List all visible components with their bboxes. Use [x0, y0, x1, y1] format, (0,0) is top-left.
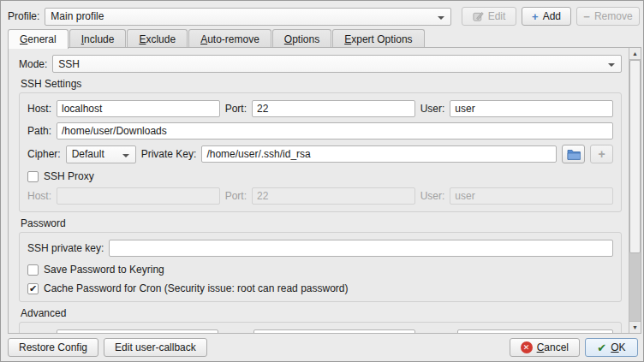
proxy-host-label: Host:	[27, 190, 51, 202]
remove-profile-button[interactable]: − Remove	[576, 7, 640, 26]
cipher-select[interactable]: Default	[66, 145, 136, 163]
proxy-user-input	[450, 187, 613, 205]
ssh-private-key-password-input[interactable]	[109, 240, 613, 257]
tab-options-mnemonic: O	[284, 33, 292, 45]
advanced-profile-label: Profile:	[420, 332, 452, 333]
ssh-host-input[interactable]	[57, 100, 220, 117]
scroll-down-button[interactable]: ▼	[629, 321, 641, 333]
plus-icon: +	[598, 147, 605, 161]
advanced-user-input[interactable]	[253, 329, 415, 333]
cancel-label: Cancel	[537, 341, 569, 353]
cache-password-cron-checkbox[interactable]: ✔	[27, 283, 39, 294]
tab-exclude[interactable]: Exclude	[127, 29, 188, 48]
ssh-path-row: Path:	[27, 122, 613, 139]
password-title: Password	[21, 217, 622, 229]
advanced-fields-row: Host: User: Profile:	[27, 329, 613, 333]
edit-user-callback-label: Edit user-callback	[115, 341, 196, 353]
ssh-host-row: Host: Port: User:	[27, 100, 613, 117]
save-password-keyring-checkbox[interactable]	[27, 264, 39, 276]
proxy-host-input	[57, 187, 220, 205]
ssh-proxy-label: SSH Proxy	[44, 170, 94, 182]
profile-label: Profile:	[8, 10, 39, 22]
private-key-add-button[interactable]: +	[590, 145, 613, 163]
scrollbar-thumb[interactable]	[629, 60, 641, 253]
add-profile-label: Add	[543, 10, 561, 22]
advanced-group: Host: User: Profile: Full snapshot path:…	[19, 322, 622, 333]
tab-bar: General Include Exclude Auto-remove Opti…	[8, 28, 426, 47]
tab-options-label: ptions	[292, 33, 319, 45]
tab-expert-options-label: xpert Options	[351, 33, 412, 45]
advanced-user-label: User:	[224, 332, 248, 333]
tab-auto-remove-mnemonic: A	[200, 33, 207, 45]
profile-bar: Profile: Main profile Edit + Add − Remov…	[8, 7, 640, 26]
minus-icon: −	[583, 10, 590, 23]
tab-general-label: eneral	[27, 33, 56, 45]
remove-profile-label: Remove	[594, 10, 633, 22]
ssh-port-label: Port:	[225, 103, 247, 115]
dropdown-arrow-icon	[438, 16, 444, 20]
ok-label: OK	[611, 341, 625, 353]
cron-checkbox-row: ✔ Cache Password for Cron (Security issu…	[27, 282, 613, 294]
tab-include-label: nclude	[84, 33, 114, 45]
vertical-scrollbar[interactable]: ▲ ▼	[629, 48, 641, 333]
advanced-title: Advanced	[21, 307, 622, 319]
ssh-port-input[interactable]	[252, 100, 415, 117]
footer-bar: Restore Config Edit user-callback ✕ Canc…	[8, 338, 638, 357]
general-tab-pane: Mode: SSH SSH Settings Host: Port: User:	[8, 47, 641, 334]
settings-dialog: Profile: Main profile Edit + Add − Remov…	[0, 0, 644, 362]
proxy-port-label: Port:	[225, 190, 247, 202]
general-tab-content: Mode: SSH SSH Settings Host: Port: User:	[9, 48, 629, 333]
tab-auto-remove-label: uto-remove	[207, 33, 259, 45]
ok-button[interactable]: ✔ OK	[585, 338, 638, 357]
ssh-proxy-checkbox[interactable]	[27, 171, 39, 182]
edit-icon	[473, 11, 484, 22]
mode-select[interactable]: SSH	[52, 55, 622, 73]
save-password-keyring-label: Save Password to Keyring	[44, 264, 164, 276]
cipher-label: Cipher:	[27, 148, 61, 160]
ssh-user-label: User:	[420, 103, 445, 115]
profile-select[interactable]: Main profile	[45, 8, 451, 26]
ssh-proxy-checkbox-row: SSH Proxy	[27, 170, 613, 182]
tab-options[interactable]: Options	[272, 29, 331, 48]
edit-profile-button[interactable]: Edit	[462, 7, 516, 26]
cancel-button[interactable]: ✕ Cancel	[510, 338, 580, 357]
restore-config-button[interactable]: Restore Config	[8, 338, 98, 357]
dropdown-arrow-icon	[608, 63, 615, 67]
down-arrow-icon: ▼	[632, 324, 638, 330]
mode-label: Mode:	[19, 58, 47, 70]
ssh-settings-group: Host: Port: User: Path: Cipher: Default	[19, 92, 622, 212]
keyring-checkbox-row: Save Password to Keyring	[27, 264, 613, 276]
restore-config-label: Restore Config	[19, 341, 87, 353]
mode-select-value: SSH	[58, 58, 80, 70]
ssh-proxy-fields-row: Host: Port: User:	[27, 187, 613, 205]
scroll-up-button[interactable]: ▲	[629, 48, 641, 60]
cache-password-cron-label: Cache Password for Cron (Security issue:…	[44, 282, 348, 294]
tab-general[interactable]: General	[8, 29, 69, 49]
tab-exclude-label: xclude	[146, 33, 176, 45]
advanced-host-input[interactable]	[57, 329, 218, 333]
advanced-profile-input[interactable]	[457, 329, 613, 333]
edit-profile-label: Edit	[488, 10, 506, 22]
ssh-cipher-row: Cipher: Default Private Key: +	[27, 145, 613, 163]
tab-expert-options[interactable]: Expert Options	[332, 29, 424, 48]
profile-select-value: Main profile	[51, 10, 104, 22]
ssh-path-label: Path:	[27, 125, 51, 137]
dropdown-arrow-icon	[122, 154, 129, 157]
ssh-private-key-label: SSH private key:	[27, 242, 104, 254]
proxy-port-input	[252, 187, 415, 205]
ok-check-icon: ✔	[597, 341, 606, 354]
up-arrow-icon: ▲	[632, 50, 638, 56]
add-profile-button[interactable]: + Add	[522, 7, 571, 26]
checkmark-icon: ✔	[29, 284, 37, 294]
advanced-host-label: Host:	[27, 332, 51, 333]
private-key-browse-button[interactable]	[562, 145, 585, 163]
ssh-settings-title: SSH Settings	[21, 78, 622, 90]
tab-include[interactable]: Include	[69, 29, 127, 48]
ssh-user-input[interactable]	[450, 100, 613, 117]
ssh-path-input[interactable]	[57, 122, 613, 139]
plus-icon: +	[532, 10, 539, 23]
private-key-input[interactable]	[201, 145, 557, 163]
tab-auto-remove[interactable]: Auto-remove	[188, 29, 271, 48]
password-group: SSH private key: Save Password to Keyrin…	[19, 232, 622, 302]
edit-user-callback-button[interactable]: Edit user-callback	[104, 338, 207, 357]
